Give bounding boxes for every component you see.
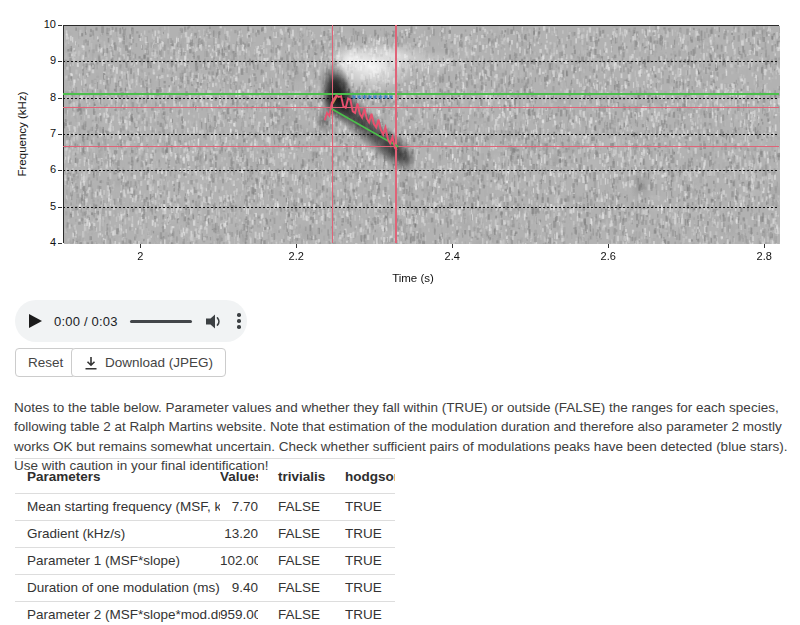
parameter-name: Mean starting frequency (MSF, kHz) bbox=[15, 494, 220, 521]
column-header: hodgsoni bbox=[330, 459, 395, 494]
trivialis-flag: FALSE bbox=[258, 602, 330, 625]
volume-icon[interactable] bbox=[206, 314, 223, 329]
table-row: Duration of one modulation (ms)9.40FALSE… bbox=[15, 575, 395, 602]
spectrogram-figure: Frequency (kHz) 10987654 22.22.42.62.8 T… bbox=[0, 0, 800, 292]
parameter-name: Gradient (kHz/s) bbox=[15, 521, 220, 548]
parameter-name: Parameter 1 (MSF*slope) bbox=[15, 548, 220, 575]
parameters-table: ParametersValuestrivialishodgsoni Mean s… bbox=[15, 458, 395, 625]
download-icon bbox=[84, 356, 98, 370]
x-axis-title: Time (s) bbox=[63, 272, 763, 284]
x-tick-label: 2.2 bbox=[278, 250, 314, 262]
hodgsoni-flag: TRUE bbox=[330, 494, 395, 521]
x-tick-label: 2.4 bbox=[434, 250, 470, 262]
spectrogram-plot-area[interactable] bbox=[63, 25, 779, 243]
trivialis-flag: FALSE bbox=[258, 575, 330, 602]
table-row: Parameter 1 (MSF*slope)102.00FALSETRUE bbox=[15, 548, 395, 575]
parameter-value: 9.40 bbox=[220, 575, 258, 602]
table-row: Gradient (kHz/s)13.20FALSETRUE bbox=[15, 521, 395, 548]
y-tick-label: 6 bbox=[30, 163, 56, 175]
audio-player[interactable]: 0:00 / 0:03 bbox=[15, 300, 247, 342]
table-header: ParametersValuestrivialishodgsoni bbox=[15, 459, 395, 494]
x-tick-label: 2.6 bbox=[590, 250, 626, 262]
column-header: Parameters bbox=[15, 459, 220, 494]
x-tick-label: 2 bbox=[122, 250, 158, 262]
parameter-value: 102.00 bbox=[220, 548, 258, 575]
hodgsoni-flag: TRUE bbox=[330, 575, 395, 602]
download-button[interactable]: Download (JPEG) bbox=[71, 348, 226, 377]
column-header: trivialis bbox=[258, 459, 330, 494]
table-row: Parameter 2 (MSF*slope*mod.dur)959.00FAL… bbox=[15, 602, 395, 625]
parameter-value: 13.20 bbox=[220, 521, 258, 548]
time-display: 0:00 / 0:03 bbox=[54, 314, 122, 329]
y-tick-label: 5 bbox=[30, 200, 56, 212]
seek-slider[interactable] bbox=[130, 320, 192, 323]
overflow-menu-icon[interactable] bbox=[235, 311, 243, 331]
trivialis-flag: FALSE bbox=[258, 494, 330, 521]
y-tick-label: 10 bbox=[30, 18, 56, 30]
parameter-name: Duration of one modulation (ms) bbox=[15, 575, 220, 602]
trivialis-flag: FALSE bbox=[258, 548, 330, 575]
trivialis-flag: FALSE bbox=[258, 521, 330, 548]
y-tick-label: 9 bbox=[30, 54, 56, 66]
page: Frequency (kHz) 10987654 22.22.42.62.8 T… bbox=[0, 0, 800, 625]
play-button[interactable] bbox=[29, 314, 42, 328]
table-row: Mean starting frequency (MSF, kHz)7.70FA… bbox=[15, 494, 395, 521]
column-header: Values bbox=[220, 459, 258, 494]
x-tick-label: 2.8 bbox=[746, 250, 782, 262]
y-tick-label: 7 bbox=[30, 127, 56, 139]
parameter-value: 7.70 bbox=[220, 494, 258, 521]
reset-button[interactable]: Reset bbox=[15, 348, 76, 377]
y-tick-label: 4 bbox=[30, 236, 56, 248]
spectrogram-image bbox=[64, 26, 780, 244]
parameter-name: Parameter 2 (MSF*slope*mod.dur) bbox=[15, 602, 220, 625]
parameter-value: 959.00 bbox=[220, 602, 258, 625]
hodgsoni-flag: TRUE bbox=[330, 602, 395, 625]
y-tick-label: 8 bbox=[30, 91, 56, 103]
hodgsoni-flag: TRUE bbox=[330, 521, 395, 548]
hodgsoni-flag: TRUE bbox=[330, 548, 395, 575]
play-icon bbox=[29, 314, 42, 328]
